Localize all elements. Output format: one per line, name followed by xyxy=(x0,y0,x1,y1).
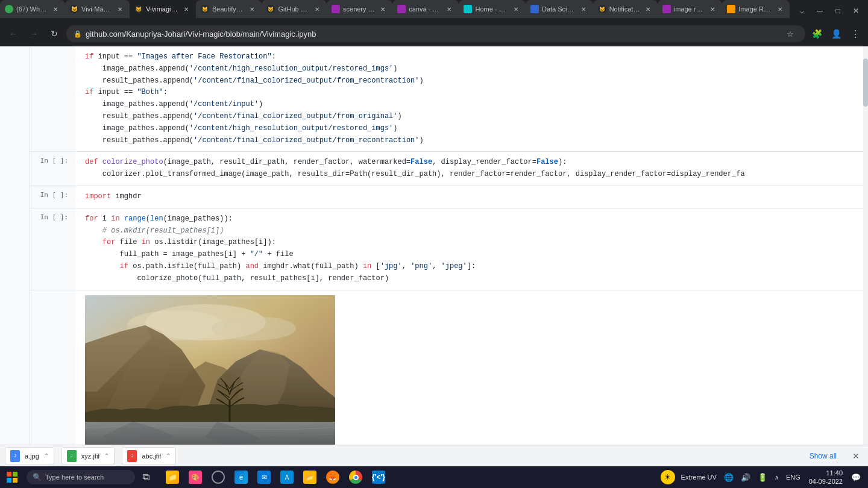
taskbar-app-edge[interactable]: e xyxy=(230,466,252,488)
taskbar-app-mail[interactable]: ✉ xyxy=(253,466,275,488)
tab-beautify[interactable]: 🐱 BeautifyOldP... ✕ xyxy=(196,0,262,18)
tab-scenery[interactable]: scenery bw -... ✕ xyxy=(327,0,392,18)
tab-image-restor[interactable]: image restor... ✕ xyxy=(658,0,723,18)
network-icon[interactable]: 🌐 xyxy=(722,472,736,483)
taskbar-search-text: Type here to search xyxy=(45,474,104,481)
tab-close-image-restor[interactable]: ✕ xyxy=(708,4,717,14)
tab-title-notifications: Notifications... xyxy=(609,5,640,13)
taskbar-search[interactable]: 🔍 Type here to search xyxy=(27,470,135,484)
taskbar-app-explorer[interactable]: 📁 xyxy=(162,466,183,488)
taskbar-clock[interactable]: 11:40 04-09-2022 xyxy=(805,469,846,486)
tab-favicon-beautify: 🐱 xyxy=(201,5,209,13)
battery-icon[interactable]: 🔋 xyxy=(755,472,770,483)
extensions-button[interactable]: 🧩 xyxy=(809,26,825,42)
address-bar[interactable]: 🔒 github.com/Kanupriya-Johari/Vivi-magic… xyxy=(66,25,805,42)
tab-notifications[interactable]: 🐱 Notifications... ✕ xyxy=(593,0,658,18)
tab-whatsapp[interactable]: (67) WhatsA... ✕ xyxy=(0,0,65,18)
cell-content-3[interactable]: import imghdr xyxy=(75,186,863,208)
scrollbar-thumb[interactable] xyxy=(863,58,868,107)
code-cell-4: In [ ]: for i in range(len(image_pathes)… xyxy=(30,208,863,290)
settings-button[interactable]: ⋮ xyxy=(848,26,863,42)
tab-list-button[interactable]: ⌵ xyxy=(793,2,810,19)
svg-rect-18 xyxy=(7,478,11,483)
volume-icon[interactable]: 🔊 xyxy=(738,472,753,483)
tab-favicon-vivi: 🐱 xyxy=(70,5,78,13)
download-bar: J a.jpg ⌃ J xyz.jfif ⌃ J abc.jfif ⌃ Show… xyxy=(0,445,868,466)
tab-close-ipynb[interactable]: ✕ xyxy=(181,4,191,14)
tab-title-nin: GitHub - Nin... xyxy=(278,5,309,13)
taskbar-app-cortana[interactable] xyxy=(207,466,229,488)
tab-close-canva-yahoo[interactable]: ✕ xyxy=(444,4,454,14)
taskbar-app-paint[interactable]: 🎨 xyxy=(184,466,206,488)
tray-expand-button[interactable]: ∧ xyxy=(772,473,781,482)
tab-vivimagic-ipynb[interactable]: 🐱 Vivimagic.ipy... ✕ xyxy=(130,0,196,18)
cell-label-4: In [ ]: xyxy=(30,208,75,290)
taskbar-app-azure[interactable]: A xyxy=(276,466,298,488)
taskbar-app-files[interactable]: 📂 xyxy=(299,466,321,488)
tab-image-restor-2[interactable]: Image Restor... ✕ xyxy=(722,0,790,18)
task-view-icon: ⧉ xyxy=(143,472,149,483)
download-item-2[interactable]: J xyz.jfif ⌃ xyxy=(61,447,115,465)
task-view-button[interactable]: ⧉ xyxy=(135,466,157,488)
tab-close-data-science[interactable]: ✕ xyxy=(579,4,588,14)
download-item-3[interactable]: J abc.jfif ⌃ xyxy=(122,447,176,465)
show-all-button[interactable]: Show all xyxy=(805,449,841,463)
chrome-icon xyxy=(349,471,362,484)
back-button[interactable]: ← xyxy=(5,25,22,42)
download-bar-close-button[interactable]: ✕ xyxy=(849,449,863,463)
tab-close-home-canv[interactable]: ✕ xyxy=(511,4,521,14)
bookmark-star-button[interactable]: ☆ xyxy=(782,26,798,42)
tab-close-scenery[interactable]: ✕ xyxy=(378,4,388,14)
taskbar-app-vscode[interactable]: {'<'} xyxy=(368,466,389,488)
close-button[interactable]: ✕ xyxy=(848,2,864,19)
minimize-button[interactable]: ─ xyxy=(811,2,828,19)
download-icon-2: J xyxy=(67,450,77,462)
tab-close-beautify[interactable]: ✕ xyxy=(247,4,257,14)
cell-content-4[interactable]: for i in range(len(image_pathes)): # os.… xyxy=(75,208,863,290)
maximize-button[interactable]: □ xyxy=(829,2,846,19)
forward-button[interactable]: → xyxy=(25,25,42,42)
taskbar-app-chrome[interactable] xyxy=(345,466,366,488)
address-bar-row: ← → ↻ 🔒 github.com/Kanupriya-Johari/Vivi… xyxy=(0,22,868,46)
tab-github-nin[interactable]: 🐱 GitHub - Nin... ✕ xyxy=(262,0,327,18)
svg-rect-15 xyxy=(85,295,335,458)
tab-vivi-magic[interactable]: 🐱 Vivi-Magic/V... ✕ xyxy=(65,0,130,18)
windows-icon xyxy=(7,472,17,483)
download-chevron-1[interactable]: ⌃ xyxy=(44,452,49,459)
scrollbar[interactable] xyxy=(863,46,868,466)
tab-canva-yahoo[interactable]: canva - Yaho... ✕ xyxy=(392,0,459,18)
tab-title-scenery: scenery bw -... xyxy=(343,5,375,13)
tab-close-notifications[interactable]: ✕ xyxy=(643,4,653,14)
download-chevron-3[interactable]: ⌃ xyxy=(166,452,171,459)
profile-button[interactable]: 👤 xyxy=(828,26,844,42)
download-chevron-2[interactable]: ⌃ xyxy=(104,452,109,459)
tab-home-canv[interactable]: Home - Canv... ✕ xyxy=(459,0,525,18)
cell-content-2[interactable]: def colorize_photo(image_path, result_di… xyxy=(75,152,863,186)
start-button[interactable] xyxy=(0,466,24,488)
taskbar-app-firefox[interactable]: 🦊 xyxy=(322,466,344,488)
taskbar: 🔍 Type here to search ⧉ 📁 🎨 e xyxy=(0,466,868,488)
tab-title-vivi: Vivi-Magic/V... xyxy=(81,5,112,13)
svg-rect-16 xyxy=(7,472,11,477)
cell-label-output xyxy=(30,290,75,466)
tab-favicon-notifications: 🐱 xyxy=(598,5,606,13)
tab-close-nin[interactable]: ✕ xyxy=(312,4,322,14)
tab-close-image-restor-2[interactable]: ✕ xyxy=(775,4,785,14)
tab-favicon-image-restor-2 xyxy=(727,5,735,13)
vscode-icon: {'<'} xyxy=(372,471,385,484)
download-name-2: xyz.jfif xyxy=(81,452,100,460)
tab-favicon-home-canv xyxy=(464,5,472,13)
tab-favicon-whatsapp xyxy=(5,5,13,13)
notification-button[interactable]: 💬 xyxy=(849,472,863,483)
reload-button[interactable]: ↻ xyxy=(46,25,63,42)
tab-favicon-image-restor xyxy=(662,5,671,13)
download-item-1[interactable]: J a.jpg ⌃ xyxy=(5,447,54,465)
tab-close-whatsapp[interactable]: ✕ xyxy=(51,4,60,14)
cell-content-1[interactable]: if input == "Images after Face Restorati… xyxy=(75,46,863,151)
tab-title-home-canv: Home - Canv... xyxy=(475,5,508,13)
tab-title-image-restor-2: Image Restor... xyxy=(738,5,772,13)
output-image xyxy=(85,295,335,458)
keyboard-layout[interactable]: ENG xyxy=(784,472,803,482)
tab-close-vivi[interactable]: ✕ xyxy=(115,4,125,14)
tab-data-science[interactable]: Data Science... ✕ xyxy=(526,0,593,18)
